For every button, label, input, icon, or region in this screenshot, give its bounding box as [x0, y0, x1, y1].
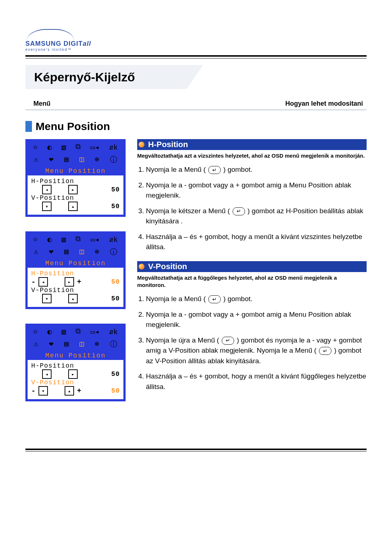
warning-icon: ⚠	[34, 155, 38, 165]
subnav: Menű Hogyan lehet modositani	[25, 100, 367, 110]
minus-icon: -	[31, 278, 36, 286]
subnav-left: Menű	[33, 100, 50, 108]
step-text: Nyomja le kétszer a Menű (	[146, 207, 232, 215]
brightness-icon: ☼	[33, 143, 37, 152]
osd-v-value-active: 50	[111, 387, 120, 394]
osd-screenshot-vpos: ☼◐▧⧉▭◂⇵k ⚠❤▤◫⊕ⓘ Menu Position H-Position…	[25, 324, 126, 401]
osd-title: Menu Position	[28, 166, 123, 175]
hposition-steps: Nyomja le a Menű ( ) gombot. Nyomja le a…	[137, 165, 367, 252]
left-arrow-icon: ◂	[38, 277, 48, 287]
heart-icon: ❤	[49, 155, 53, 165]
vposition-heading: V-Position	[137, 261, 367, 272]
section-title-text: Menu Position	[36, 120, 110, 133]
osd-screenshot-neutral: ☼ ◐ ▧ ⧉ ▭◂ ⇵k ⚠ ❤ ▤ ◫ ⊕ ⓘ Menu Position	[25, 139, 126, 217]
vpos-step-4: Használja a – és + gombot, hogy a menűt …	[146, 371, 367, 392]
header-notch	[187, 65, 203, 89]
target-icon: ⊕	[95, 155, 99, 165]
vpos-step-1: Nyomja le a Menű ( ) gombot.	[146, 294, 367, 304]
osd-v-label-2: V-Position	[31, 287, 120, 294]
menu-button-icon	[319, 347, 331, 355]
osd-h-label-active: H-Position	[31, 270, 120, 277]
size-icon: ⧉	[75, 143, 81, 152]
up-arrow-icon: ▴	[65, 386, 74, 396]
position-icon: ◫	[79, 155, 84, 165]
section-marker	[25, 121, 32, 132]
vposition-desc: Megváltoztathatja azt a függőleges helyz…	[137, 274, 367, 289]
hposition-heading: H-Position	[137, 139, 367, 150]
brand-ital: all	[83, 40, 91, 47]
osd-iconbar-1: ☼ ◐ ▧ ⧉ ▭◂ ⇵k	[28, 141, 123, 153]
geometry-icon: ▭◂	[90, 143, 99, 152]
subnav-right: Hogyan lehet modositani	[285, 100, 363, 108]
hpos-step-1: Nyomja le a Menű ( ) gombot.	[146, 165, 367, 175]
left-column: ☼ ◐ ▧ ⧉ ▭◂ ⇵k ⚠ ❤ ▤ ◫ ⊕ ⓘ Menu Position	[25, 139, 125, 416]
hposition-desc: Megváltoztathatja azt a vizszintes helyz…	[137, 152, 367, 159]
vposition-title: V-Position	[148, 262, 187, 271]
step-text: ) gombot.	[221, 166, 253, 173]
osd-h-label: H-Position	[31, 178, 120, 185]
footer-divider-thick	[25, 449, 367, 450]
osd-h-row: ◂ ▸ 50	[31, 185, 120, 194]
osd-h-value-3: 50	[111, 370, 120, 378]
brand-logo: SAMSUNG DIGITall everyone's invited™	[25, 29, 367, 52]
osd-panel: H-Position ◂ ▸ 50 V-Position ▾ ▴	[28, 175, 123, 215]
down-arrow-icon: ▾	[38, 386, 48, 396]
osd-h-value-active: 50	[111, 278, 120, 285]
left-arrow-icon: ◂	[42, 185, 52, 194]
minus-icon: -	[31, 387, 36, 395]
right-arrow-icon: ▸	[65, 277, 74, 287]
vposition-steps: Nyomja le a Menű ( ) gombot. Nyomja le a…	[137, 294, 367, 392]
bullet-icon	[139, 264, 144, 270]
brand-text: SAMSUNG DIGIT	[25, 40, 83, 47]
down-arrow-icon: ▾	[42, 202, 52, 211]
page-title: Képernyő-Kijelző	[34, 70, 135, 84]
right-column: H-Position Megváltoztathatja azt a vizsz…	[137, 139, 367, 401]
brand-arc	[27, 29, 74, 41]
right-arrow-icon: ▸	[68, 185, 78, 194]
info-icon: ⓘ	[110, 155, 117, 165]
content-columns: ☼ ◐ ▧ ⧉ ▭◂ ⇵k ⚠ ❤ ▤ ◫ ⊕ ⓘ Menu Position	[25, 139, 367, 416]
page: SAMSUNG DIGITall everyone's invited™ Kép…	[0, 0, 392, 555]
step-text: ) gombot.	[221, 295, 253, 303]
osd-v-value: 50	[111, 203, 120, 210]
header-whitespace	[203, 65, 367, 89]
menu-button-icon	[208, 166, 221, 174]
osd-screenshot-hpos: ☼◐▧⧉▭◂⇵k ⚠❤▤◫⊕ⓘ Menu Position H-Position…	[25, 231, 126, 309]
shape-icon: ▧	[61, 143, 66, 152]
brand-tagline: everyone's invited™	[25, 48, 72, 52]
step-text: Nyomja le a Menű (	[146, 166, 208, 173]
osd-v-label-active: V-Position	[31, 379, 120, 386]
hpos-step-4: Használja a – és + gombot, hogy a menűt …	[146, 232, 367, 252]
footer-divider-thin	[25, 451, 367, 451]
contrast-icon: ◐	[47, 143, 52, 152]
hpos-step-2: Nyomja le a - gombot vagy a + gombot ami…	[146, 180, 367, 201]
hposition-title: H-Position	[148, 140, 188, 149]
section-title: Menu Position	[25, 120, 367, 133]
menu-button-icon	[222, 337, 234, 345]
vpos-step-3: Nyomja le újra a Menű ( ) gombot és nyom…	[146, 335, 367, 366]
up-arrow-icon: ▴	[68, 202, 78, 211]
menu-button-icon	[233, 207, 245, 215]
step-text: Nyomja le a Menű (	[146, 295, 208, 303]
osd-h-label-3: H-Position	[31, 362, 120, 369]
osd-v-value-2: 50	[111, 295, 120, 302]
plus-icon: +	[77, 278, 81, 286]
step-text: Nyomja le újra a Menű (	[146, 336, 221, 344]
osd-v-row: ▾ ▴ 50	[31, 202, 120, 211]
plus-icon: +	[77, 387, 81, 395]
screen-icon: ▤	[64, 155, 69, 165]
hpos-step-3: Nyomja le kétszer a Menű ( ) gombot az H…	[146, 206, 367, 227]
osd-iconbar-2: ⚠ ❤ ▤ ◫ ⊕ ⓘ	[28, 153, 123, 166]
osd-title-2: Menu Position	[28, 258, 123, 268]
menu-button-icon	[208, 295, 221, 303]
osd-v-label: V-Position	[31, 194, 120, 202]
page-header: Képernyő-Kijelző	[25, 65, 367, 89]
lock-icon: ⇵k	[109, 143, 118, 152]
osd-title-3: Menu Position	[28, 351, 123, 360]
vpos-step-2: Nyomja le a - gombot vagy a + gombot ami…	[146, 309, 367, 330]
bullet-icon	[139, 142, 144, 147]
divider-thin	[25, 58, 367, 58]
divider-thick	[25, 55, 367, 57]
brand-main: SAMSUNG DIGITall	[25, 40, 91, 48]
osd-h-value: 50	[111, 186, 120, 193]
